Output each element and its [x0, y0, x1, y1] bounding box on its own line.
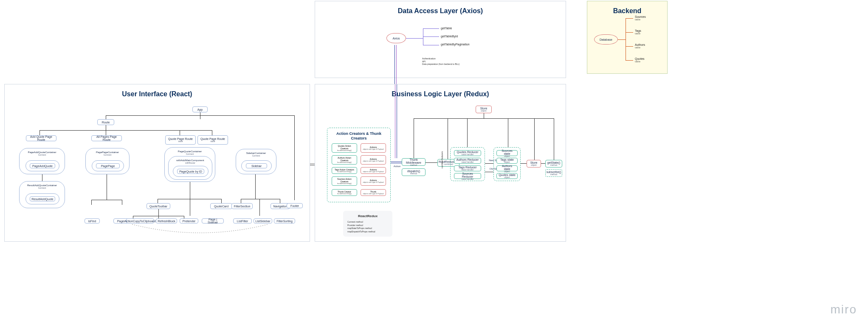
db-label: Database — [600, 38, 612, 41]
dal-method-0: getTable — [441, 27, 452, 30]
dal-notes: Authentication API Data preparation (fro… — [422, 57, 459, 66]
ac-r0r: Actionsobjects with type & Payload — [361, 143, 386, 153]
ac-title: Action Creators & Thunk Creators — [331, 131, 387, 141]
thunk-middleware: Thunk Middlewaremethod — [402, 158, 426, 166]
rr-2: mapStateToProps method — [347, 227, 388, 230]
reducers-group: Quotes Reducercase handler Authors Reduc… — [450, 147, 485, 181]
panel-bll: Business Logic Layer (Redux) Action Crea… — [315, 84, 566, 242]
axios-label: Axios — [392, 37, 400, 40]
lbl-action: Action — [391, 165, 403, 168]
ac-r3r: Actionsobjects with type & Payload — [361, 176, 386, 186]
state-group: Sources stateobject Tags stateobject Aut… — [493, 147, 521, 181]
mid-quotetoolbar: QuoteToolbar — [147, 203, 170, 209]
panel-title-bll: Business Logic Layer (Redux) — [315, 84, 566, 101]
ac-r0l: Quotes Action CreatorshandleSomething() — [332, 143, 357, 153]
action-creators-panel: Action Creators & Thunk Creators Quotes … — [327, 128, 391, 202]
c-resultadd-child: ResultAddQuote — [30, 196, 55, 201]
rr-title: ReactRedux — [347, 214, 388, 218]
combined-lbl: combineReducers — [441, 151, 444, 168]
st-2: Authors stateobject — [496, 165, 518, 171]
ac-r4r: Thunkobjects with type & Payload — [361, 189, 386, 196]
tbl-3: Quotestable — [635, 57, 645, 63]
page-quote2: Quote Page Routetable — [197, 135, 228, 145]
red-3: Sources Reducercase handler — [454, 173, 481, 179]
dal-note-2: Data preparation (from backend to BLL) — [422, 63, 459, 66]
leaf-isfind: isFind — [85, 218, 100, 223]
dispatch: dispatch()method — [402, 168, 426, 176]
rr-1: Provider method — [347, 224, 388, 227]
bll-store-bottom: Storeobject — [527, 160, 541, 168]
panel-ui: User Interface (React) App Route Add Quo… — [4, 84, 310, 242]
tbl-2: Authorstable — [635, 43, 645, 49]
mid-filtersection: FilterSection — [231, 203, 253, 209]
page-allpages: All Pages Page Route — [91, 135, 122, 141]
pagequote-child: PageQuote by ID — [177, 169, 204, 174]
page-quote1: Quote Page Routetable — [165, 135, 196, 145]
leaf-filtersort: FilterSorting — [274, 218, 295, 223]
getstate: getState()method — [545, 160, 562, 168]
red-2: Tags Reducercase handler — [454, 165, 481, 171]
bll-store-top: Storeobject — [476, 106, 492, 113]
tbl-0: Sourcestable — [635, 15, 646, 21]
node-axios: Axios — [386, 33, 406, 43]
ac-r1r: Actionsobjects with type & Payload — [361, 155, 386, 165]
node-app: App — [192, 106, 208, 112]
react-redux-box: ReactRedux Connect method Provider metho… — [343, 211, 392, 237]
node-route: Route — [97, 119, 114, 125]
panel-title-dal: Data Access Layer (Axios) — [315, 1, 566, 17]
c-sidebar: SidebarContainer Connect Sidebar — [236, 149, 276, 174]
c-pagepage-child: PagePage — [96, 163, 120, 168]
node-database: Database — [594, 34, 618, 45]
rr-0: Connect method — [347, 221, 388, 224]
leaf-footer: Footer — [287, 203, 303, 208]
dal-method-1: getTableById — [441, 35, 458, 38]
panel-title-backend: Backend — [587, 1, 667, 17]
ac-r3l: Sources Action CreatorshandleSomething() — [332, 176, 357, 186]
tbl-1: Tagstable — [635, 29, 641, 35]
c-addquote-child: PageAddQuote — [30, 163, 55, 168]
ac-r2r: Actionsobjects with type & Payload — [361, 167, 386, 174]
panel-backend: Backend Database Sourcestable Tagstable … — [587, 1, 668, 74]
subscribe: subscribe()method — [545, 169, 562, 177]
mid-quotecard: QuoteCard — [210, 203, 232, 209]
st-1: Tags stateobject — [496, 158, 518, 164]
page-addquote: Add Quote Page Route — [26, 135, 56, 141]
red-1: Authors Reducercase handler — [454, 158, 481, 164]
st-0: Sources stateobject — [496, 150, 518, 156]
c-resultadd: ResultAddQuoteContainer Connect ResultAd… — [19, 181, 65, 208]
dal-method-2: getTableByPagination — [441, 43, 470, 46]
c-addquote: PageAddQuoteContainer Connect PageAddQuo… — [19, 148, 65, 174]
ac-r2l: Tags Action CreatorshandleSomething() — [332, 167, 357, 174]
ac-r1l: Authors Action CreatorshandleSomething() — [332, 155, 357, 165]
c-pagepage: PagePageContainer Connect PagePage — [85, 148, 130, 174]
st-3: Quotes stateobject — [496, 173, 518, 179]
brand-logo: miro — [831, 303, 857, 316]
c-sidebar-child: Sidebar — [246, 163, 267, 168]
panel-dal: Data Access Layer (Axios) Axios getTable… — [315, 1, 566, 78]
c-pagequote-outer: PageQuoteContainer Connect withAddMainCo… — [164, 147, 215, 182]
panel-title-ui: User Interface (React) — [5, 84, 310, 101]
dotted-curve — [132, 223, 268, 240]
red-0: Quotes Reducercase handler — [454, 150, 481, 156]
ac-r4l: Thunk CreatorhandleSomething() — [332, 189, 357, 196]
rr-3: mapDispatchToProps method — [347, 230, 388, 234]
